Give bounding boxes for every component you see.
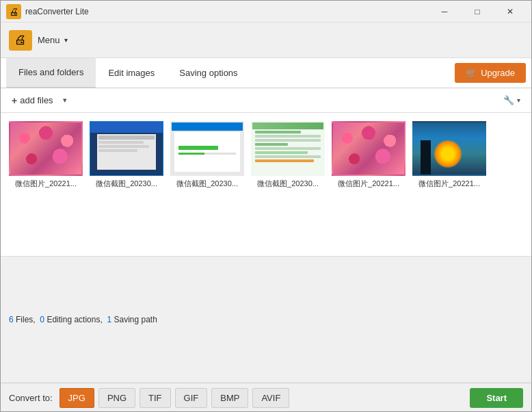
action-bar: + add files ▾ 🔧 ▾ bbox=[1, 88, 531, 113]
tools-dropdown-arrow-icon: ▾ bbox=[517, 96, 520, 104]
window-controls: ─ □ ✕ bbox=[429, 1, 526, 23]
app-title: reaConverter Lite bbox=[25, 7, 429, 16]
nav-tabs: Files and folders Edit images Saving opt… bbox=[1, 58, 531, 88]
tab-saving-options[interactable]: Saving options bbox=[167, 58, 250, 88]
file-thumbnail bbox=[90, 121, 163, 176]
list-item[interactable]: 微信截图_20230... bbox=[251, 121, 325, 189]
app-icon: 🖨 bbox=[6, 4, 21, 19]
add-files-label: add files bbox=[20, 95, 53, 105]
maximize-button[interactable]: □ bbox=[462, 1, 493, 23]
add-files-dropdown-arrow[interactable]: ▾ bbox=[59, 93, 71, 107]
status-bar: 6 Files, 0 Editing actions, 1 Saving pat… bbox=[1, 256, 531, 383]
status-text: 6 Files, 0 Editing actions, 1 Saving pat… bbox=[9, 315, 157, 324]
format-tif-button[interactable]: TIF bbox=[139, 388, 171, 408]
saving-count: 1 bbox=[107, 315, 111, 324]
file-thumbnail bbox=[412, 121, 486, 176]
format-jpg-button[interactable]: JPG bbox=[59, 388, 94, 408]
convert-to-label: Convert to: bbox=[9, 393, 53, 403]
file-label: 微信截图_20230... bbox=[90, 179, 163, 189]
file-thumbnail bbox=[332, 121, 405, 176]
close-button[interactable]: ✕ bbox=[494, 1, 526, 23]
list-item[interactable]: 微信图片_20221... bbox=[9, 121, 83, 189]
file-thumbnail bbox=[251, 121, 325, 176]
menu-label: Menu bbox=[38, 35, 60, 45]
add-files-button[interactable]: + add files bbox=[6, 92, 59, 109]
file-label: 微信截图_20230... bbox=[170, 179, 244, 189]
tab-files-and-folders[interactable]: Files and folders bbox=[6, 58, 96, 88]
file-thumbnail bbox=[9, 121, 83, 176]
list-item[interactable]: 微信图片_20221... bbox=[412, 121, 486, 189]
file-grid: 微信图片_20221... 微信截图_20230... bbox=[1, 113, 531, 256]
file-label: 微信图片_20221... bbox=[332, 179, 405, 189]
list-item[interactable]: 微信图片_20221... bbox=[332, 121, 405, 189]
toolbar: 🖨 Menu ▾ bbox=[1, 23, 531, 58]
add-files-plus-icon: + bbox=[12, 95, 17, 106]
tab-edit-images[interactable]: Edit images bbox=[96, 58, 167, 88]
file-label: 微信图片_20221... bbox=[9, 179, 83, 189]
format-gif-button[interactable]: GIF bbox=[175, 388, 208, 408]
upgrade-icon: 🛒 bbox=[466, 68, 477, 78]
upgrade-button[interactable]: 🛒 Upgrade bbox=[455, 63, 526, 83]
bottom-bar: Convert to: JPG PNG TIF GIF BMP AVIF Sta… bbox=[1, 383, 531, 412]
file-thumbnail bbox=[170, 121, 244, 176]
menu-icon: 🖨 bbox=[9, 30, 32, 51]
minimize-button[interactable]: ─ bbox=[429, 1, 460, 23]
editing-count: 0 bbox=[40, 315, 44, 324]
files-count: 6 bbox=[9, 315, 14, 324]
format-avif-button[interactable]: AVIF bbox=[252, 388, 289, 408]
menu-button[interactable]: Menu ▾ bbox=[32, 32, 73, 48]
file-label: 微信图片_20221... bbox=[412, 179, 486, 189]
format-png-button[interactable]: PNG bbox=[98, 388, 135, 408]
title-bar: 🖨 reaConverter Lite ─ □ ✕ bbox=[1, 1, 531, 23]
format-bmp-button[interactable]: BMP bbox=[211, 388, 248, 408]
menu-arrow-icon: ▾ bbox=[64, 36, 68, 44]
upgrade-label: Upgrade bbox=[481, 68, 515, 78]
tools-icon: 🔧 bbox=[503, 95, 514, 105]
start-button[interactable]: Start bbox=[470, 388, 523, 408]
list-item[interactable]: 微信截图_20230... bbox=[90, 121, 163, 189]
list-item[interactable]: 微信截图_20230... bbox=[170, 121, 244, 189]
file-label: 微信截图_20230... bbox=[251, 179, 325, 189]
tools-button[interactable]: 🔧 ▾ bbox=[498, 92, 526, 108]
